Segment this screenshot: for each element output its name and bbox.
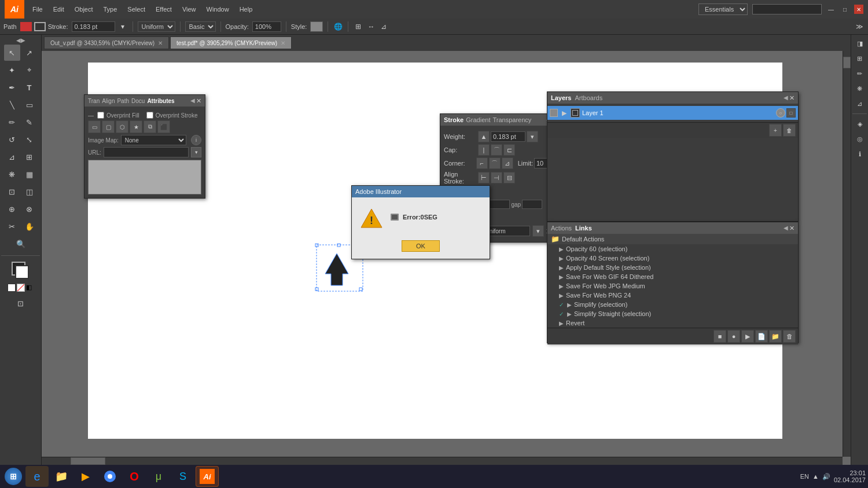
layer-square-btn[interactable]: □ bbox=[786, 108, 796, 118]
action-opacity60[interactable]: ▶ Opacity 60 (selection) bbox=[547, 244, 798, 254]
tab-1[interactable]: Out_v.pdf @ 3430,59% (CMYK/Preview) ✕ bbox=[44, 36, 169, 49]
pen-tool[interactable]: ✒ bbox=[4, 79, 20, 96]
minimize-button[interactable]: — bbox=[826, 5, 836, 14]
stop-btn[interactable]: ■ bbox=[713, 330, 726, 343]
panel-collapse-btn[interactable]: ◀ bbox=[190, 97, 195, 105]
ok-button[interactable]: OK bbox=[402, 240, 440, 252]
direct-selection-tool[interactable]: ↗ bbox=[21, 45, 38, 61]
actions-panel-header[interactable]: Actions Links ◀ ✕ bbox=[547, 222, 798, 234]
view-mode-btn[interactable]: ⊡ bbox=[13, 295, 29, 311]
taskbar-ai-btn[interactable]: Ai bbox=[196, 466, 219, 487]
globe-icon[interactable]: 🌐 bbox=[333, 21, 343, 32]
action-simplify-straight[interactable]: ✓ ▶ Simplify Straight (selection) bbox=[547, 309, 798, 318]
action-save-png[interactable]: ▶ Save For Web PNG 24 bbox=[547, 291, 798, 300]
layer-vis-icon[interactable] bbox=[550, 109, 558, 117]
taskbar-skype-btn[interactable]: S bbox=[171, 466, 194, 487]
none-fill-btn[interactable] bbox=[17, 284, 25, 292]
path-color-icon[interactable] bbox=[20, 22, 32, 31]
tab-2[interactable]: test.pdf* @ 3905,29% (CMYK/Preview) ✕ bbox=[170, 36, 292, 49]
line-tool[interactable]: ╲ bbox=[4, 97, 20, 113]
info-icon[interactable]: ℹ bbox=[854, 148, 866, 160]
warp-icon[interactable]: ⊿ bbox=[378, 21, 389, 32]
symbol-tool[interactable]: ❋ bbox=[4, 166, 20, 182]
action-default-style[interactable]: ▶ Apply Default Style (selection) bbox=[547, 263, 798, 272]
magic-wand-tool[interactable]: ✦ bbox=[4, 62, 20, 78]
profile-dropdown-btn[interactable]: ▾ bbox=[532, 225, 544, 237]
group-header[interactable]: 📁 Default Actions bbox=[547, 234, 798, 244]
taskbar-chrome-btn[interactable] bbox=[98, 466, 122, 487]
brushes-icon[interactable]: ✏ bbox=[854, 67, 866, 80]
color-panel-icon[interactable]: ◨ bbox=[854, 37, 866, 50]
play-btn[interactable]: ▶ bbox=[741, 330, 754, 343]
tab-transform[interactable]: Tran bbox=[88, 98, 100, 104]
new-folder-btn[interactable]: 📁 bbox=[769, 330, 782, 343]
fill-stroke-box[interactable] bbox=[9, 259, 32, 282]
menu-object[interactable]: Object bbox=[70, 3, 98, 15]
gradient-tool[interactable]: ◫ bbox=[21, 184, 38, 200]
overprint-fill-checkbox[interactable] bbox=[97, 112, 104, 119]
delete-layer-btn[interactable]: 🗑 bbox=[783, 124, 796, 137]
eyedropper-tool[interactable]: ⊕ bbox=[4, 201, 20, 217]
lasso-tool[interactable]: ⌖ bbox=[21, 62, 38, 78]
taskbar-torrent-btn[interactable]: μ bbox=[147, 466, 170, 487]
warp-tool[interactable]: ⊿ bbox=[4, 149, 20, 165]
layers-panel-header[interactable]: Layers Artboards ◀ ✕ bbox=[547, 92, 798, 104]
swatches-icon[interactable]: ⊞ bbox=[854, 52, 866, 65]
actions-collapse-btn[interactable]: ◀ bbox=[784, 225, 788, 232]
menu-select[interactable]: Select bbox=[123, 3, 150, 15]
close-button[interactable]: ✕ bbox=[854, 5, 863, 14]
right-scrollbar[interactable] bbox=[843, 51, 851, 457]
layers-collapse-btn[interactable]: ◀ bbox=[784, 94, 788, 102]
gradient-btn[interactable]: ◧ bbox=[26, 284, 34, 292]
hand-tool[interactable]: ✋ bbox=[21, 218, 38, 234]
rect-btn[interactable]: ▭ bbox=[88, 120, 101, 133]
gap-input-2[interactable] bbox=[522, 200, 542, 209]
corner-bevel-btn[interactable]: ⊿ bbox=[502, 157, 513, 169]
stroke-swatch[interactable] bbox=[34, 22, 46, 31]
dash-input[interactable] bbox=[490, 200, 510, 209]
info-circle[interactable]: i bbox=[191, 135, 201, 145]
transform-icon[interactable]: ↔ bbox=[366, 21, 376, 32]
zoom-tool[interactable]: 🔍 bbox=[13, 236, 29, 252]
taskbar-ie-btn[interactable]: e bbox=[25, 466, 49, 487]
action-revert[interactable]: ▶ Revert bbox=[547, 318, 798, 328]
menu-edit[interactable]: Edit bbox=[49, 3, 69, 15]
error-dialog-header[interactable]: Adobe Illustrator bbox=[352, 186, 490, 197]
free-transform-tool[interactable]: ⊞ bbox=[21, 149, 38, 165]
appearance-icon[interactable]: ◈ bbox=[854, 118, 866, 130]
weight-up-btn[interactable]: ▲ bbox=[478, 131, 490, 142]
menu-help[interactable]: Help bbox=[235, 3, 258, 15]
style-swatch[interactable] bbox=[310, 21, 323, 32]
tab-align[interactable]: Align bbox=[102, 98, 115, 104]
menu-file[interactable]: File bbox=[28, 3, 47, 15]
actions-panel-close-btn[interactable]: ✕ bbox=[789, 225, 795, 232]
start-button[interactable]: ⊞ bbox=[2, 465, 24, 487]
cap-round-btn[interactable]: ⌒ bbox=[491, 144, 502, 156]
tab-path[interactable]: Path bbox=[117, 98, 129, 104]
taskbar-explorer-btn[interactable]: 📁 bbox=[50, 466, 73, 487]
star-btn[interactable]: ★ bbox=[130, 120, 142, 133]
tab-attributes[interactable]: Attributes bbox=[147, 98, 174, 104]
menu-type[interactable]: Type bbox=[99, 3, 122, 15]
action-opacity40[interactable]: ▶ Opacity 40 Screen (selection) bbox=[547, 254, 798, 263]
transparency-tab[interactable]: Transparency bbox=[492, 116, 531, 123]
scroll-thumb[interactable] bbox=[843, 57, 851, 68]
paintbrush-tool[interactable]: ✏ bbox=[4, 114, 20, 130]
essentials-dropdown[interactable]: Essentials bbox=[698, 3, 748, 15]
white-fill-btn[interactable] bbox=[8, 284, 16, 292]
stroke-input[interactable] bbox=[72, 21, 115, 32]
paste-btn[interactable]: ⬛ bbox=[157, 120, 170, 133]
graphic-styles-icon[interactable]: ⊿ bbox=[854, 97, 866, 110]
url-btn[interactable]: ▾ bbox=[191, 147, 201, 157]
search-input[interactable] bbox=[752, 4, 822, 14]
weight-input[interactable] bbox=[491, 131, 525, 142]
mesh-tool[interactable]: ⊡ bbox=[4, 184, 20, 200]
artboards-tab[interactable]: Artboards bbox=[575, 94, 602, 101]
panel-close-btn[interactable]: ✕ bbox=[196, 97, 201, 105]
rect-tool[interactable]: ▭ bbox=[21, 97, 38, 113]
symbols-icon[interactable]: ❋ bbox=[854, 82, 866, 95]
cap-square-btn[interactable]: ⊏ bbox=[503, 144, 515, 156]
scissors-tool[interactable]: ✂ bbox=[4, 218, 20, 234]
taskbar-opera-btn[interactable]: O bbox=[123, 466, 146, 487]
overprint-stroke-checkbox[interactable] bbox=[146, 112, 153, 119]
